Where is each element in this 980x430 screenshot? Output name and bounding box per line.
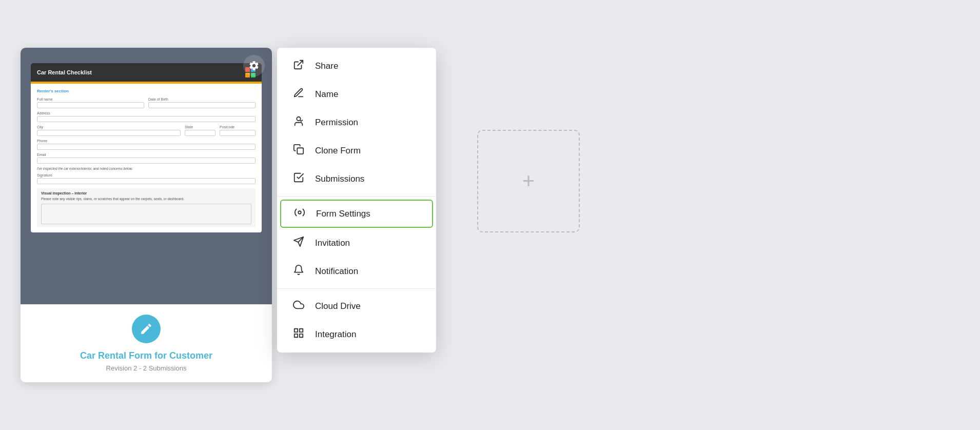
menu-label-invitation: Invitation	[315, 238, 350, 248]
menu-item-submissions[interactable]: Submissions	[277, 165, 436, 193]
svg-rect-9	[300, 334, 303, 337]
submissions-icon	[291, 172, 306, 186]
menu-item-cloud-drive[interactable]: Cloud Drive	[277, 292, 436, 320]
card-title: Car Rental Form for Customer	[31, 350, 262, 361]
menu-item-name[interactable]: Name	[277, 80, 436, 108]
divider-2	[277, 288, 436, 289]
edit-fab-button[interactable]	[132, 315, 161, 343]
svg-rect-8	[295, 334, 298, 337]
gear-button[interactable]	[243, 55, 265, 76]
form-body: Renter's section Full name Date of Birth…	[31, 84, 262, 232]
svg-point-3	[298, 211, 301, 214]
main-area: Car Rental Checklist Renter's section Fu…	[21, 48, 580, 382]
invitation-icon	[291, 236, 306, 250]
form-card: Car Rental Checklist Renter's section Fu…	[21, 48, 272, 382]
menu-item-permission[interactable]: Permission	[277, 108, 436, 136]
visual-textarea	[41, 204, 251, 224]
permission-icon	[291, 115, 306, 129]
clone-icon	[291, 144, 306, 158]
share-icon	[291, 59, 306, 73]
menu-label-permission: Permission	[315, 118, 358, 128]
plus-icon: +	[522, 169, 535, 193]
form-settings-icon	[292, 207, 307, 221]
card-preview: Car Rental Checklist Renter's section Fu…	[21, 48, 272, 304]
menu-label-name: Name	[315, 89, 338, 100]
menu-item-notification[interactable]: Notification	[277, 257, 436, 285]
menu-label-cloud-drive: Cloud Drive	[315, 301, 361, 311]
form-preview-header: Car Rental Checklist	[31, 63, 262, 82]
name-icon	[291, 87, 306, 101]
preview-title: Car Rental Checklist	[37, 69, 92, 75]
menu-item-form-settings[interactable]: Form Settings	[280, 200, 433, 228]
menu-label-form-settings: Form Settings	[316, 209, 370, 219]
menu-label-submissions: Submissions	[315, 174, 364, 184]
menu-item-share[interactable]: Share	[277, 52, 436, 80]
visual-section-title: Visual inspection – Interior	[41, 191, 251, 195]
context-menu: Share Name Permission	[277, 48, 436, 353]
card-bottom: Car Rental Form for Customer Revision 2 …	[21, 304, 272, 382]
menu-label-notification: Notification	[315, 266, 358, 277]
notification-icon	[291, 264, 306, 278]
card-subtitle: Revision 2 - 2 Submissions	[31, 364, 262, 372]
section-title: Renter's section	[37, 89, 256, 93]
menu-label-integration: Integration	[315, 329, 356, 340]
add-card-button[interactable]: +	[477, 130, 580, 232]
svg-line-0	[298, 61, 303, 66]
form-preview: Car Rental Checklist Renter's section Fu…	[31, 63, 262, 232]
svg-rect-7	[300, 329, 303, 332]
integration-icon	[291, 327, 306, 341]
menu-label-share: Share	[315, 61, 338, 71]
divider-1	[277, 196, 436, 197]
visual-section-text: Please note any visible rips, stains, or…	[41, 197, 251, 201]
inspection-note: I've inspected the car exterior/interior…	[37, 167, 256, 170]
menu-item-invitation[interactable]: Invitation	[277, 229, 436, 257]
visual-section: Visual inspection – Interior Please note…	[37, 188, 256, 227]
cloud-drive-icon	[291, 299, 306, 313]
svg-point-1	[297, 117, 300, 121]
menu-item-clone-form[interactable]: Clone Form	[277, 136, 436, 165]
svg-rect-2	[297, 148, 303, 154]
svg-rect-6	[295, 329, 298, 332]
menu-label-clone-form: Clone Form	[315, 146, 361, 156]
menu-item-integration[interactable]: Integration	[277, 320, 436, 348]
